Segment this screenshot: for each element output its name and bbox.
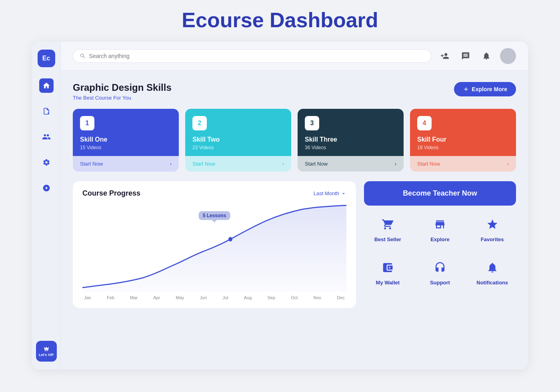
- action-card-best-seller[interactable]: Best Seller: [364, 211, 412, 250]
- chevron-right-4: ›: [507, 161, 509, 167]
- label-nov: Nov: [314, 295, 322, 300]
- action-grid: Best Seller Explore: [364, 211, 516, 293]
- label-jan: Jan: [84, 295, 91, 300]
- notification-icon[interactable]: [479, 49, 494, 63]
- dashboard-container: Ec: [32, 42, 528, 370]
- search-input[interactable]: [89, 53, 424, 59]
- chart-filter-label: Last Month: [314, 190, 339, 196]
- add-user-icon[interactable]: [438, 49, 452, 63]
- best-seller-icon: [382, 218, 394, 233]
- favorites-icon: [486, 218, 498, 233]
- vip-button[interactable]: Let's VIP: [36, 341, 57, 362]
- label-apr: Apr: [153, 295, 160, 300]
- skill-name-2: Skill Two: [192, 136, 284, 143]
- action-card-favorites[interactable]: Favorites: [468, 211, 516, 250]
- skill-name-4: Skill Four: [417, 136, 509, 143]
- chevron-right-2: ›: [282, 161, 284, 167]
- become-teacher-button[interactable]: Become Teacher Now: [364, 181, 516, 206]
- skill-number-1: 1: [80, 116, 94, 130]
- action-card-wallet[interactable]: My Wallet: [364, 254, 412, 293]
- notifications-label: Notifications: [476, 280, 508, 286]
- chart-header: Course Progress Last Month: [82, 189, 346, 198]
- sidebar-item-profile[interactable]: [39, 181, 54, 195]
- skill-number-3: 3: [305, 116, 319, 130]
- skill-videos-3: 36 Videos: [305, 145, 396, 150]
- skill-card-1[interactable]: 1 Skill One 15 Videos Start Now ›: [73, 109, 179, 172]
- skill-card-2[interactable]: 2 Skill Two 23 Videos Start Now ›: [185, 109, 291, 172]
- skill-videos-2: 23 Videos: [192, 145, 284, 150]
- skill-card-4[interactable]: 4 Skill Four 18 Videos Start Now ›: [410, 109, 516, 172]
- skill-name-3: Skill Three: [305, 136, 396, 143]
- label-jun: Jun: [200, 295, 207, 300]
- skill-card-3[interactable]: 3 Skill Three 36 Videos Start Now ›: [298, 109, 404, 172]
- label-oct: Oct: [291, 295, 298, 300]
- section-subtitle: The Best Course For You: [73, 95, 172, 101]
- start-now-1: Start Now: [80, 161, 103, 167]
- label-sep: Sep: [267, 295, 275, 300]
- section-title: Graphic Design Skills: [73, 82, 172, 93]
- sidebar-item-home[interactable]: [39, 78, 54, 93]
- section-titles: Graphic Design Skills The Best Course Fo…: [73, 82, 172, 101]
- right-panel: Become Teacher Now Best Seller: [364, 181, 516, 308]
- label-jul: Jul: [222, 295, 228, 300]
- support-icon: [434, 262, 446, 276]
- favorites-label: Favorites: [481, 236, 504, 242]
- skills-grid: 1 Skill One 15 Videos Start Now › 2 Skil…: [73, 109, 516, 172]
- start-now-3: Start Now: [305, 161, 328, 167]
- chart-tooltip: 5 Lessons: [199, 211, 230, 220]
- chart-labels: Jan Feb Mar Apr May Jun Jul Aug Sep Oct …: [82, 295, 346, 300]
- message-icon[interactable]: [458, 49, 473, 63]
- search-bar[interactable]: [73, 49, 431, 63]
- header-icons: [438, 48, 516, 64]
- plus-icon: [463, 86, 469, 92]
- sidebar-item-groups[interactable]: [39, 130, 54, 144]
- label-feb: Feb: [107, 295, 114, 300]
- sidebar-item-settings[interactable]: [39, 155, 54, 170]
- main-content: Graphic Design Skills The Best Course Fo…: [61, 42, 528, 370]
- chart-title: Course Progress: [82, 189, 140, 198]
- chevron-right-1: ›: [170, 161, 172, 167]
- notifications-icon: [486, 262, 498, 276]
- label-aug: Aug: [244, 295, 252, 300]
- support-label: Support: [430, 280, 450, 286]
- skill-videos-1: 15 Videos: [80, 145, 172, 150]
- chart-filter-dropdown[interactable]: Last Month: [314, 190, 346, 196]
- wallet-label: My Wallet: [376, 280, 400, 286]
- label-mar: Mar: [130, 295, 138, 300]
- chart-card: Course Progress Last Month 5 Lessons: [73, 181, 356, 308]
- section-header: Graphic Design Skills The Best Course Fo…: [73, 82, 516, 101]
- svg-point-0: [48, 112, 49, 114]
- action-card-explore[interactable]: Explore: [416, 211, 464, 250]
- start-now-2: Start Now: [192, 161, 215, 167]
- skill-name-1: Skill One: [80, 136, 172, 143]
- sidebar: Ec: [32, 42, 61, 370]
- header: [61, 42, 528, 71]
- explore-btn-label: Explore More: [472, 86, 507, 92]
- chart-dot: [228, 237, 232, 242]
- sidebar-logo[interactable]: Ec: [38, 50, 55, 67]
- wallet-icon: [382, 262, 394, 276]
- bottom-section: Course Progress Last Month 5 Lessons: [73, 181, 516, 308]
- vip-label: Let's VIP: [39, 353, 54, 357]
- skill-number-4: 4: [417, 116, 432, 130]
- sidebar-item-courses[interactable]: [39, 104, 54, 118]
- best-seller-label: Best Seller: [374, 236, 401, 242]
- search-icon: [80, 53, 86, 59]
- start-now-4: Start Now: [417, 161, 440, 167]
- page-title: Ecourse Dashboard: [182, 8, 378, 32]
- label-dec: Dec: [337, 295, 345, 300]
- label-may: May: [176, 295, 184, 300]
- user-avatar[interactable]: [500, 48, 516, 64]
- action-card-notifications[interactable]: Notifications: [468, 254, 516, 293]
- content-area: Graphic Design Skills The Best Course Fo…: [61, 71, 528, 370]
- action-card-support[interactable]: Support: [416, 254, 464, 293]
- skill-number-2: 2: [192, 116, 207, 130]
- explore-label: Explore: [430, 236, 450, 242]
- chart-area: 5 Lessons: [82, 204, 346, 292]
- chevron-down-icon: [341, 191, 346, 196]
- chevron-right-3: ›: [395, 161, 396, 167]
- explore-icon: [434, 218, 446, 233]
- explore-more-button[interactable]: Explore More: [454, 82, 516, 96]
- skill-videos-4: 18 Videos: [417, 145, 509, 150]
